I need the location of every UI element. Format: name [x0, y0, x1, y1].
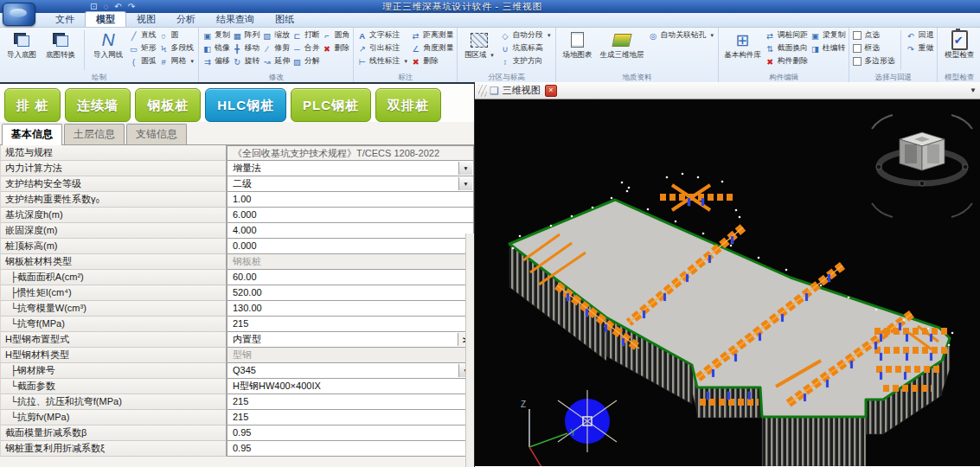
pile-spacing-button[interactable]: ⇄调桩间距: [765, 29, 808, 42]
embed-depth-field[interactable]: 4.000: [227, 222, 474, 239]
inertia-moment-field[interactable]: 520.00: [227, 285, 474, 301]
origin-marker[interactable]: [558, 390, 617, 452]
tab-sheet-pile[interactable]: 钢板桩: [135, 88, 201, 122]
copy-button[interactable]: ▣复制: [202, 29, 230, 42]
explode-button[interactable]: ▨分解: [292, 55, 320, 67]
pile-spacing-icon: ⇄: [765, 31, 775, 41]
menu-model[interactable]: 模型: [85, 11, 126, 27]
section-area-field[interactable]: 60.00: [227, 269, 474, 285]
tab-basic-info[interactable]: 基本信息: [2, 124, 62, 145]
trim-button[interactable]: ∕修剪: [262, 42, 290, 54]
fillet-button[interactable]: ⌐圆角: [323, 29, 350, 42]
steel-grade-select[interactable]: Q345▼: [227, 362, 474, 379]
join-button[interactable]: ─合并: [292, 42, 320, 54]
leader-annotation-button[interactable]: ↗引出标注: [357, 42, 408, 54]
move-button[interactable]: ╋移动: [233, 42, 260, 54]
checkbox-icon: [853, 57, 862, 66]
convert-basemap-button[interactable]: 底图转换: [42, 29, 79, 61]
tab-anchor-info[interactable]: 支锚信息: [126, 124, 187, 144]
site-chart-button[interactable]: 场地图表: [560, 29, 596, 61]
menu-file[interactable]: 文件: [45, 12, 85, 27]
menu-results[interactable]: 结果查询: [206, 12, 265, 27]
tab-soil-info[interactable]: 土层信息: [64, 124, 125, 144]
tab-hlc-steel-pile[interactable]: HLC钢桩: [205, 88, 286, 122]
section-reverse-button[interactable]: ⇅截面换向: [765, 42, 808, 54]
menu-view[interactable]: 视图: [126, 12, 166, 27]
generate-3d-strata-button[interactable]: 生成三维地层: [599, 29, 646, 61]
linear-dimension-button[interactable]: ⊢线性标注▼: [357, 55, 408, 67]
beam-copy-button[interactable]: ▣梁复制: [810, 29, 845, 42]
array-button[interactable]: ▦阵列: [233, 29, 260, 42]
model-check-icon: [951, 29, 968, 50]
delete-button[interactable]: ✖删除: [323, 42, 350, 54]
undo-icon[interactable]: ↶: [114, 2, 121, 11]
import-basemap-button[interactable]: 导入底图: [3, 29, 40, 61]
close-icon[interactable]: ×: [545, 85, 557, 97]
member-delete-button[interactable]: ✖构件删除: [765, 55, 808, 67]
model-check-button[interactable]: 模型检查: [941, 29, 977, 61]
arc-button[interactable]: (圆弧: [129, 55, 157, 67]
chevron-down-icon[interactable]: ▼: [970, 86, 977, 94]
auto-link-borehole-button[interactable]: ◎自动关联钻孔▼: [649, 29, 715, 42]
component-library-icon: ⊞: [736, 29, 750, 50]
grid-button[interactable]: #网格▼: [159, 55, 195, 67]
annotation-delete-button[interactable]: ✖删除: [411, 55, 453, 67]
redo-step-button[interactable]: ↷重做: [906, 42, 934, 54]
redo-icon[interactable]: ↷: [128, 2, 135, 11]
save-icon[interactable]: ⊡: [90, 2, 97, 11]
support-direction-button[interactable]: ↕支护方向: [500, 55, 551, 67]
point-select-checkbox[interactable]: 点选: [853, 29, 894, 42]
menu-analysis[interactable]: 分析: [166, 12, 206, 27]
rotate-button[interactable]: ↻旋转: [233, 55, 260, 67]
pit-bottom-elevation-button[interactable]: ∪坑底标高: [500, 42, 551, 54]
settings-icon[interactable]: ◌: [103, 2, 108, 11]
rectangle-button[interactable]: ▭矩形: [129, 42, 157, 54]
importance-factor-field[interactable]: 1.00: [227, 191, 474, 208]
table-scrollbar[interactable]: [465, 234, 474, 467]
h-steel-layout-field[interactable]: 内置型>: [227, 331, 474, 348]
component-library-button[interactable]: ⊞ 基本构件库: [722, 29, 763, 61]
line-button[interactable]: ╱直线: [129, 29, 157, 42]
pile-top-elevation-field[interactable]: 0.000: [227, 238, 474, 254]
safety-grade-select[interactable]: 二级▼: [227, 176, 474, 192]
offset-button[interactable]: ⇉偏移: [202, 55, 230, 67]
dropdown-arrow-icon[interactable]: ▼: [458, 162, 472, 175]
circle-button[interactable]: ○圆: [159, 29, 195, 42]
auto-segment-button[interactable]: ◇自动分段▼: [500, 29, 551, 42]
enclose-region-button[interactable]: 围区域 ▼: [461, 29, 497, 61]
undo-step-button[interactable]: ↶回退: [906, 29, 934, 42]
reuse-reduction-field[interactable]: 0.95: [227, 440, 474, 457]
calc-method-select[interactable]: 增量法▼: [227, 160, 474, 176]
angle-measure-button[interactable]: ∠角度测量: [411, 42, 453, 54]
scale-button[interactable]: ▧缩放: [262, 29, 290, 42]
polygon-select-checkbox[interactable]: 多边形选: [853, 55, 894, 67]
tensile-strength-field[interactable]: 215: [227, 393, 474, 410]
column-edit-button[interactable]: ◨柱编转: [810, 42, 845, 54]
import-basemap-icon: [14, 29, 29, 50]
viewport-tab-label[interactable]: 三维视图: [503, 84, 541, 97]
text-annotation-button[interactable]: A文字标注: [357, 29, 408, 42]
view-cube[interactable]: [872, 115, 972, 217]
modulus-reduction-field[interactable]: 0.95: [227, 425, 474, 441]
section-params-field[interactable]: H型钢HW400×400IX: [227, 378, 474, 394]
bending-strength-field[interactable]: 215: [227, 316, 474, 332]
dropdown-arrow-icon[interactable]: ▼: [458, 177, 472, 190]
polyline-button[interactable]: Ϟ多段线: [159, 42, 195, 54]
break-button[interactable]: ⊏打断: [292, 29, 320, 42]
tab-plc-steel-pile[interactable]: PLC钢桩: [291, 88, 371, 122]
shear-strength-field[interactable]: 215: [227, 409, 474, 425]
extend-button[interactable]: ↝延伸: [262, 55, 290, 67]
app-logo-icon[interactable]: [3, 3, 35, 26]
import-gridline-button[interactable]: N 导入网线: [90, 29, 126, 61]
viewport-3d[interactable]: Z Y: [475, 99, 980, 466]
distance-measure-button[interactable]: ⇄距离测量: [411, 29, 453, 42]
tab-row-pile[interactable]: 排 桩: [4, 88, 61, 122]
tab-diaphragm-wall[interactable]: 连续墙: [65, 88, 131, 122]
box-select-checkbox[interactable]: 框选: [853, 42, 894, 54]
3d-scene[interactable]: Z Y: [475, 99, 980, 466]
tab-double-row-pile[interactable]: 双排桩: [375, 88, 441, 122]
mirror-button[interactable]: ◧镜像: [202, 42, 230, 54]
pit-depth-field[interactable]: 6.000: [227, 207, 474, 223]
bending-modulus-field[interactable]: 130.00: [227, 300, 474, 317]
menu-drawings[interactable]: 图纸: [265, 12, 304, 27]
